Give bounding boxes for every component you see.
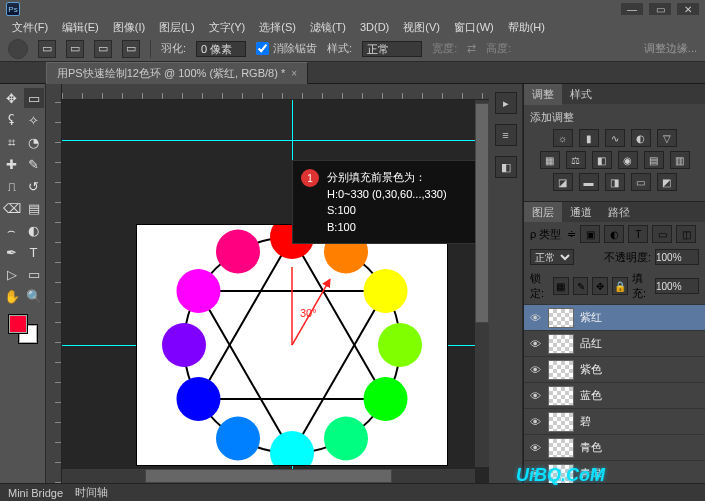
filter-shape-icon[interactable]: ▭ <box>652 225 672 243</box>
guide-horizontal-1[interactable] <box>62 140 489 141</box>
dock-icon-play[interactable]: ▸ <box>495 92 517 114</box>
colorbalance-icon[interactable]: ⚖ <box>566 151 586 169</box>
tab-minibridge[interactable]: Mini Bridge <box>8 487 63 499</box>
filter-smart-icon[interactable]: ◫ <box>676 225 696 243</box>
dock-icon-properties[interactable]: ◧ <box>495 156 517 178</box>
menu-item[interactable]: 视图(V) <box>397 18 446 37</box>
layer-row[interactable]: 👁青色 <box>524 434 705 460</box>
path-tool[interactable]: ▷ <box>2 264 22 284</box>
filter-pixel-icon[interactable]: ▣ <box>580 225 600 243</box>
lock-pos-icon[interactable]: ✥ <box>592 277 608 295</box>
refine-edge-button[interactable]: 调整边缘... <box>644 41 697 56</box>
hand-tool[interactable]: ✋ <box>2 286 22 306</box>
filter-type-icon[interactable]: T <box>628 225 648 243</box>
close-button[interactable]: ✕ <box>677 3 699 15</box>
eraser-tool[interactable]: ⌫ <box>2 198 22 218</box>
menu-item[interactable]: 滤镜(T) <box>304 18 352 37</box>
menu-item[interactable]: 选择(S) <box>253 18 302 37</box>
tab-paths[interactable]: 路径 <box>600 202 638 223</box>
layer-thumb[interactable] <box>548 412 574 432</box>
gradient-tool[interactable]: ▤ <box>24 198 44 218</box>
menu-item[interactable]: 编辑(E) <box>56 18 105 37</box>
threshold-icon[interactable]: ◨ <box>605 173 625 191</box>
color-swatch[interactable] <box>8 314 38 344</box>
blend-mode-select[interactable]: 正常 <box>530 249 574 265</box>
lock-all-icon[interactable]: 🔒 <box>612 277 628 295</box>
canvas-viewport[interactable]: 30° 1 分别填充前景色为： H:0~330 (0,30,60...,330)… <box>62 100 489 483</box>
levels-icon[interactable]: ▮ <box>579 129 599 147</box>
type-tool[interactable]: T <box>24 242 44 262</box>
minimize-button[interactable]: — <box>621 3 643 15</box>
layer-row[interactable]: 👁品红 <box>524 330 705 356</box>
marquee-mode-sub[interactable]: ▭ <box>94 40 112 58</box>
marquee-mode-new[interactable]: ▭ <box>38 40 56 58</box>
menu-item[interactable]: 图像(I) <box>107 18 151 37</box>
layer-thumb[interactable] <box>548 360 574 380</box>
maximize-button[interactable]: ▭ <box>649 3 671 15</box>
marquee-mode-add[interactable]: ▭ <box>66 40 84 58</box>
invert-icon[interactable]: ◪ <box>553 173 573 191</box>
crop-tool[interactable]: ⌗ <box>2 132 22 152</box>
opacity-input[interactable] <box>655 249 699 265</box>
menu-item[interactable]: 窗口(W) <box>448 18 500 37</box>
lock-trans-icon[interactable]: ▦ <box>553 277 569 295</box>
shape-tool[interactable]: ▭ <box>24 264 44 284</box>
feather-input[interactable]: 0 像素 <box>196 41 246 57</box>
blur-tool[interactable]: ⌢ <box>2 220 22 240</box>
tab-timeline[interactable]: 时间轴 <box>75 485 108 500</box>
move-tool[interactable]: ✥ <box>2 88 22 108</box>
menu-item[interactable]: 3D(D) <box>354 19 395 35</box>
hue-icon[interactable]: ▦ <box>540 151 560 169</box>
tab-layers[interactable]: 图层 <box>524 202 562 223</box>
tab-channels[interactable]: 通道 <box>562 202 600 223</box>
layer-row[interactable]: 👁蓝色 <box>524 382 705 408</box>
marquee-mode-int[interactable]: ▭ <box>122 40 140 58</box>
fill-input[interactable] <box>655 278 699 294</box>
eyedrop-tool[interactable]: ◔ <box>24 132 44 152</box>
vibrance-icon[interactable]: ▽ <box>657 129 677 147</box>
ruler-horizontal[interactable] <box>62 84 489 100</box>
wand-tool[interactable]: ✧ <box>24 110 44 130</box>
antialias-checkbox[interactable]: 消除锯齿 <box>256 41 317 56</box>
layer-row[interactable]: 👁紫红 <box>524 304 705 330</box>
kind-filter-label[interactable]: ρ 类型 <box>530 227 561 242</box>
layer-thumb[interactable] <box>548 334 574 354</box>
ruler-vertical[interactable] <box>46 84 62 483</box>
lookup-icon[interactable]: ▥ <box>670 151 690 169</box>
heal-tool[interactable]: ✚ <box>2 154 22 174</box>
layer-thumb[interactable] <box>548 308 574 328</box>
visibility-icon[interactable]: 👁 <box>528 442 542 454</box>
tool-preset-icon[interactable] <box>8 39 28 59</box>
stamp-tool[interactable]: ⎍ <box>2 176 22 196</box>
style-select[interactable]: 正常 <box>362 41 422 57</box>
menu-item[interactable]: 文字(Y) <box>203 18 252 37</box>
marquee-tool[interactable]: ▭ <box>24 88 44 108</box>
visibility-icon[interactable]: 👁 <box>528 416 542 428</box>
lock-pixels-icon[interactable]: ✎ <box>573 277 589 295</box>
close-icon[interactable]: × <box>291 68 297 79</box>
layer-thumb[interactable] <box>548 386 574 406</box>
document-tab[interactable]: 用PS快速绘制12色环 @ 100% (紫红, RGB/8) * × <box>46 62 308 84</box>
visibility-icon[interactable]: 👁 <box>528 312 542 324</box>
zoom-tool[interactable]: 🔍 <box>24 286 44 306</box>
layer-thumb[interactable] <box>548 438 574 458</box>
scrollbar-vertical[interactable] <box>475 100 489 467</box>
posterize-icon[interactable]: ▬ <box>579 173 599 191</box>
exposure-icon[interactable]: ◐ <box>631 129 651 147</box>
visibility-icon[interactable]: 👁 <box>528 390 542 402</box>
channelmixer-icon[interactable]: ▤ <box>644 151 664 169</box>
brush-tool[interactable]: ✎ <box>24 154 44 174</box>
dodge-tool[interactable]: ◐ <box>24 220 44 240</box>
bw-icon[interactable]: ◧ <box>592 151 612 169</box>
history-brush-tool[interactable]: ↺ <box>24 176 44 196</box>
filter-adjust-icon[interactable]: ◐ <box>604 225 624 243</box>
visibility-icon[interactable]: 👁 <box>528 364 542 376</box>
brightness-icon[interactable]: ☼ <box>553 129 573 147</box>
lasso-tool[interactable]: ʢ <box>2 110 22 130</box>
menu-item[interactable]: 文件(F) <box>6 18 54 37</box>
curves-icon[interactable]: ∿ <box>605 129 625 147</box>
pen-tool[interactable]: ✒ <box>2 242 22 262</box>
tab-adjustments[interactable]: 调整 <box>524 84 562 105</box>
gradientmap-icon[interactable]: ▭ <box>631 173 651 191</box>
menu-item[interactable]: 帮助(H) <box>502 18 551 37</box>
